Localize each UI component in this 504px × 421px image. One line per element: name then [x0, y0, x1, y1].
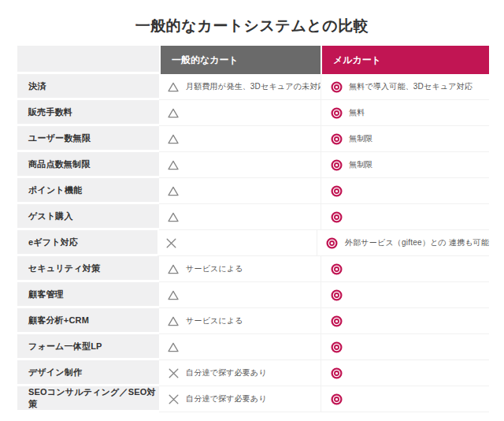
table-body: 決済 月額費用が発生、3Dセキュアの未対応 無料で導入可能、3Dセキュア対応 販… [17, 74, 489, 412]
feature-cell: ユーザー数無限 [17, 126, 159, 152]
triangle-icon [167, 134, 180, 144]
feature-cell: eギフト対応 [17, 230, 158, 256]
triangle-icon [167, 316, 180, 326]
feature-label: 決済 [28, 80, 46, 92]
feature-label: セキュリティ対策 [28, 263, 100, 274]
generic-cart-cell: サービスによる [159, 256, 321, 282]
triangle-icon [167, 82, 180, 92]
generic-cart-cell: 月額費用が発生、3Dセキュアの未対応 [159, 74, 321, 100]
triangle-icon [167, 212, 180, 222]
generic-cart-cell [159, 204, 321, 230]
generic-cart-cell: 自分達で探す必要あり [159, 386, 321, 412]
double-circle-icon [330, 159, 343, 171]
generic-cart-note: サービスによる [186, 263, 243, 274]
mercart-note: 外部サービス（giftee）との 連携も可能 [345, 237, 489, 248]
mercart-cell [321, 178, 489, 204]
feature-cell: ゲスト購入 [17, 204, 159, 230]
cross-icon [165, 238, 178, 248]
table-row: SEOコンサルティング／SEO対策 自分達で探す必要あり [17, 386, 489, 412]
mercart-note: 無料 [349, 107, 365, 118]
generic-cart-note: 自分達で探す必要あり [186, 367, 267, 378]
feature-label: ポイント機能 [28, 184, 82, 196]
feature-label: eギフト対応 [28, 237, 78, 248]
double-circle-icon [330, 367, 343, 379]
double-circle-icon [330, 185, 343, 197]
generic-cart-cell [159, 334, 321, 360]
feature-header-cell [17, 46, 159, 74]
feature-label: ユーザー数無限 [28, 132, 91, 144]
triangle-icon [167, 186, 180, 196]
triangle-icon [167, 160, 180, 170]
mercart-cell [321, 308, 489, 334]
table-row: セキュリティ対策 サービスによる [17, 256, 489, 282]
triangle-icon [167, 290, 180, 300]
double-circle-icon [330, 211, 343, 223]
mercart-cell [321, 256, 489, 282]
feature-cell: 顧客分析+CRM [17, 308, 159, 334]
feature-cell: 決済 [17, 74, 159, 100]
double-circle-icon [330, 341, 343, 353]
double-circle-icon [330, 315, 343, 327]
table-row: デザイン制作 自分達で探す必要あり [17, 360, 489, 386]
table-row: 商品点数無制限 無制限 [17, 152, 489, 178]
mercart-cell [321, 204, 489, 230]
triangle-icon [167, 342, 180, 352]
double-circle-icon [330, 263, 343, 275]
mercart-cell [321, 334, 489, 360]
generic-cart-cell [159, 126, 321, 152]
feature-cell: ポイント機能 [17, 178, 159, 204]
feature-label: 販売手数料 [28, 106, 72, 118]
double-circle-icon [330, 133, 343, 145]
table-row: 決済 月額費用が発生、3Dセキュアの未対応 無料で導入可能、3Dセキュア対応 [17, 74, 489, 100]
cross-icon [167, 394, 180, 404]
page-title: 一般的なカートシステムとの比較 [0, 16, 504, 36]
feature-cell: フォーム一体型LP [17, 334, 159, 360]
feature-cell: セキュリティ対策 [17, 256, 159, 282]
mercart-note: 無料で導入可能、3Dセキュア対応 [349, 81, 472, 92]
mercart-header-cell: メルカート [321, 46, 489, 74]
double-circle-icon [330, 393, 343, 405]
triangle-icon [167, 264, 180, 274]
mercart-cell [321, 386, 489, 412]
feature-cell: 商品点数無制限 [17, 152, 159, 178]
feature-cell: SEOコンサルティング／SEO対策 [17, 386, 159, 412]
table-row: ゲスト購入 [17, 204, 489, 230]
table-row: eギフト対応 外部サービス（giftee）との 連携も可能 [17, 230, 489, 256]
double-circle-icon [326, 237, 339, 249]
comparison-table: 一般的なカート メルカート 決済 月額費用が発生、3Dセキュアの未対応 無料で導… [17, 46, 489, 412]
table-row: 顧客分析+CRM サービスによる [17, 308, 489, 334]
generic-cart-cell: 自分達で探す必要あり [159, 360, 321, 386]
feature-label: 顧客分析+CRM [28, 315, 89, 326]
feature-label: フォーム一体型LP [28, 341, 102, 352]
table-row: ポイント機能 [17, 178, 489, 204]
table-header-row: 一般的なカート メルカート [17, 46, 489, 74]
feature-label: デザイン制作 [28, 367, 82, 378]
feature-label: ゲスト購入 [28, 210, 73, 222]
mercart-cell: 無料で導入可能、3Dセキュア対応 [321, 74, 489, 100]
mercart-cell [321, 282, 489, 308]
mercart-cell: 無制限 [321, 152, 489, 178]
cross-icon [167, 368, 180, 378]
mercart-note: 無制限 [349, 159, 373, 170]
feature-label: 顧客管理 [28, 289, 64, 300]
generic-cart-cell: サービスによる [159, 308, 321, 334]
table-row: フォーム一体型LP [17, 334, 489, 360]
mercart-cell: 無料 [321, 100, 489, 126]
generic-cart-note: サービスによる [186, 315, 243, 326]
feature-cell: デザイン制作 [17, 360, 159, 386]
double-circle-icon [330, 81, 343, 93]
mercart-cell: 無制限 [321, 126, 489, 152]
double-circle-icon [330, 289, 343, 301]
triangle-icon [167, 108, 180, 118]
generic-cart-cell [159, 152, 321, 178]
table-row: ユーザー数無限 無制限 [17, 126, 489, 152]
generic-cart-header-cell: 一般的なカート [159, 46, 321, 74]
generic-cart-note: 自分達で探す必要あり [186, 393, 267, 404]
feature-label: SEOコンサルティング／SEO対策 [28, 386, 159, 410]
generic-cart-note: 月額費用が発生、3Dセキュアの未対応 [186, 81, 326, 92]
mercart-cell [321, 360, 489, 386]
generic-cart-cell [159, 178, 321, 204]
mercart-note: 無制限 [349, 133, 373, 144]
generic-cart-cell [158, 230, 317, 256]
generic-cart-cell [159, 100, 321, 126]
